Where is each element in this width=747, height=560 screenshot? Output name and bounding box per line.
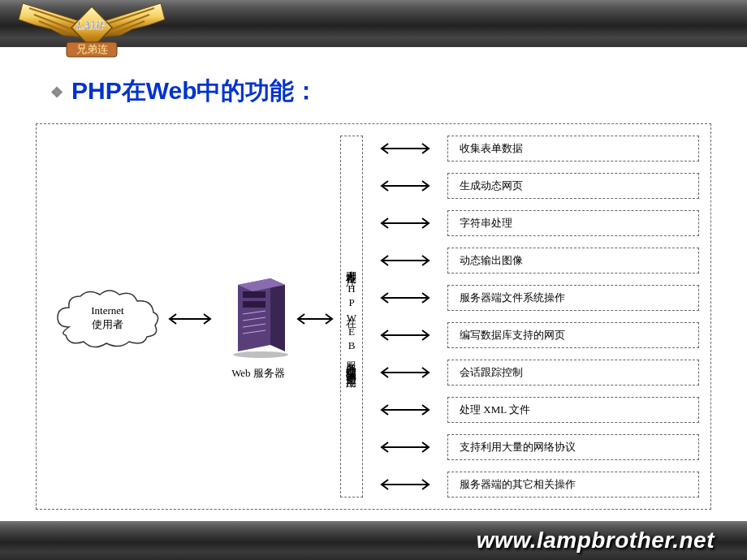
double-arrow-icon — [373, 360, 438, 386]
double-arrow-icon — [373, 472, 438, 498]
footer-url: www.lampbrother.net — [477, 528, 715, 554]
cloud-label: Internet 使用者 — [53, 304, 162, 332]
function-box: 生成动态网页 — [447, 173, 699, 199]
double-arrow-icon — [373, 434, 438, 460]
svg-marker-3 — [270, 278, 285, 351]
function-label: 生成动态网页 — [460, 179, 523, 193]
double-arrow-icon — [373, 285, 438, 311]
function-box: 会话跟踪控制 — [447, 360, 699, 386]
function-box: 处理 XML 文件 — [447, 397, 699, 423]
title-text: PHP在Web中的功能： — [71, 77, 318, 104]
function-column: 收集表单数据 生成动态网页 字符串处理 动态输出图像 服务器端文件系统操作 编写… — [447, 136, 699, 498]
vertical-label-text: 脚本程序PHP在WEB服务器端编程的主要应用 — [347, 262, 357, 371]
diagram-container: Internet 使用者 Web 服务器 脚本程序PHP在WEB服务器端编程的主… — [36, 123, 711, 510]
function-box: 编写数据库支持的网页 — [447, 322, 699, 348]
function-label: 动态输出图像 — [460, 253, 523, 268]
function-label: 字符串处理 — [460, 216, 512, 230]
function-box: 服务器端文件系统操作 — [447, 285, 699, 311]
bullet-icon: ❖ — [50, 84, 63, 101]
function-box: 收集表单数据 — [447, 136, 699, 162]
function-box: 服务器端的其它相关操作 — [447, 472, 699, 498]
double-arrow-icon — [293, 311, 337, 330]
slide-title: ❖PHP在Web中的功能： — [50, 75, 318, 108]
double-arrow-icon — [373, 248, 438, 274]
double-arrow-icon — [373, 210, 438, 236]
cloud-line1: Internet — [53, 304, 162, 318]
function-label: 处理 XML 文件 — [460, 403, 530, 417]
internet-cloud: Internet 使用者 — [53, 286, 162, 350]
function-label: 服务器端文件系统操作 — [460, 291, 565, 305]
function-label: 支持利用大量的网络协议 — [460, 440, 576, 454]
function-label: 编写数据库支持的网页 — [460, 328, 565, 342]
function-box: 支持利用大量的网络协议 — [447, 434, 699, 460]
logo-subtext: 兄弟连 — [76, 43, 108, 55]
function-label: 服务器端的其它相关操作 — [460, 477, 576, 492]
bottom-bar: www.lampbrother.net — [0, 521, 747, 560]
double-arrow-icon — [373, 397, 438, 423]
logo-text: LAMP — [76, 19, 107, 32]
double-arrow-icon — [373, 322, 438, 348]
function-box: 动态输出图像 — [447, 248, 699, 274]
double-arrow-icon — [373, 173, 438, 199]
vertical-label-box: 脚本程序PHP在WEB服务器端编程的主要应用 — [340, 136, 363, 498]
top-bar: LAMP 兄弟连 — [0, 0, 747, 47]
server-icon — [222, 270, 295, 358]
svg-point-11 — [233, 351, 288, 358]
svg-rect-6 — [243, 301, 266, 308]
function-box: 字符串处理 — [447, 210, 699, 236]
server-label: Web 服务器 — [222, 366, 295, 381]
middle-arrow-column — [373, 136, 438, 498]
double-arrow-icon — [373, 136, 438, 162]
cloud-line2: 使用者 — [53, 318, 162, 332]
function-label: 会话跟踪控制 — [460, 365, 523, 380]
web-server: Web 服务器 — [222, 270, 295, 381]
function-label: 收集表单数据 — [460, 141, 523, 156]
svg-rect-5 — [243, 291, 266, 298]
double-arrow-icon — [165, 311, 215, 330]
